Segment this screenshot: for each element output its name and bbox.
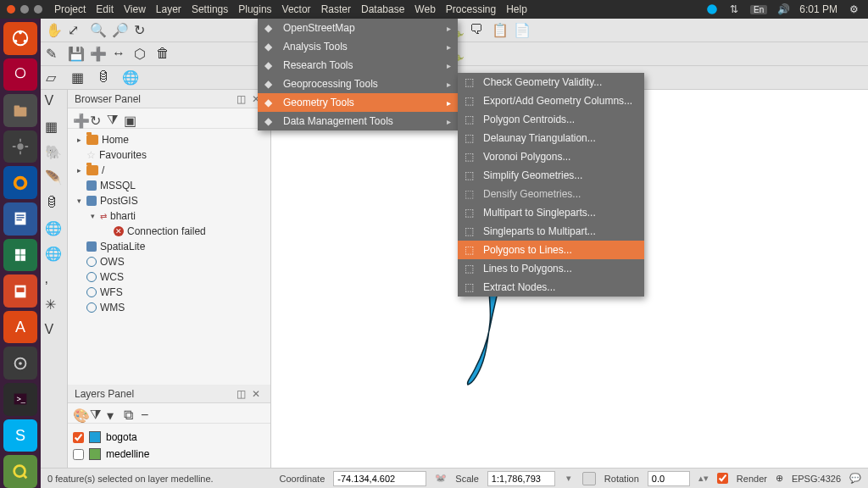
geometry-menu-item[interactable]: ⬚Simplify Geometries... (458, 166, 644, 185)
launcher-gear-icon[interactable] (3, 347, 37, 380)
coordinate-input[interactable] (333, 471, 426, 486)
vector-menu-item[interactable]: ◆Geometry Tools (258, 93, 458, 112)
window-maximize-button[interactable] (34, 5, 42, 14)
render-checkbox[interactable] (717, 473, 728, 484)
refresh-icon[interactable]: ↻ (134, 22, 151, 39)
skype-icon[interactable] (706, 3, 718, 15)
crs-icon[interactable]: ⊕ (776, 473, 783, 484)
menu-database[interactable]: Database (361, 3, 404, 15)
save-edits-icon[interactable]: 💾 (68, 46, 85, 63)
scale-dropdown-icon[interactable]: ▾ (564, 473, 574, 484)
add-postgis-icon[interactable]: 🐘 (45, 144, 64, 163)
extents-toggle-icon[interactable]: 🐭 (435, 473, 447, 484)
add-raster-icon[interactable]: ▦ (45, 119, 64, 137)
geometry-menu-item[interactable]: ⬚Polygon Centroids... (458, 110, 644, 129)
keyboard-lang-indicator[interactable]: En (750, 5, 767, 14)
undock-layers-icon[interactable]: ◫ (236, 388, 248, 400)
menu-vector[interactable]: Vector (282, 3, 311, 15)
menu-project[interactable]: Project (54, 3, 86, 15)
menu-processing[interactable]: Processing (446, 3, 496, 15)
launcher-settings-icon[interactable] (3, 130, 37, 164)
launcher-debian-icon[interactable] (3, 58, 37, 92)
rotation-input[interactable] (648, 471, 690, 486)
browser-tree-item[interactable]: OWS (71, 254, 267, 269)
copy-icon[interactable]: 📋 (492, 22, 509, 39)
add-spatialite-icon[interactable]: 🪶 (45, 169, 64, 188)
filter-icon[interactable]: ⧩ (107, 113, 119, 125)
undock-icon[interactable]: ◫ (236, 93, 248, 105)
scale-lock-button[interactable] (582, 472, 596, 485)
launcher-skype-icon[interactable]: S (3, 419, 37, 452)
gear-icon[interactable]: ⚙ (848, 3, 860, 15)
expand-icon[interactable]: ▾ (107, 408, 119, 419)
menu-settings[interactable]: Settings (192, 3, 228, 15)
browser-tree-item[interactable]: ✕Connection failed (71, 224, 267, 239)
layer-row[interactable]: medelline (73, 446, 265, 463)
geometry-menu-item[interactable]: ⬚Check Geometry Validity... (458, 73, 644, 92)
vector-menu-dropdown[interactable]: ◆OpenStreetMap◆Analysis Tools◆Research T… (258, 19, 458, 130)
add-feature-icon[interactable]: ➕ (90, 46, 107, 63)
menu-view[interactable]: View (124, 3, 146, 15)
rotation-spinner-icon[interactable]: ▴▾ (698, 473, 709, 484)
layer-row[interactable]: bogota (73, 429, 265, 446)
messages-icon[interactable]: 💬 (849, 473, 861, 484)
launcher-calc-icon[interactable] (3, 239, 37, 272)
node-tool-icon[interactable]: ⬡ (134, 46, 151, 63)
refresh-tree-icon[interactable]: ↻ (90, 113, 102, 125)
filter-layers-icon[interactable]: ⧩ (90, 408, 102, 419)
remove-icon[interactable]: − (141, 408, 153, 419)
window-minimize-button[interactable] (20, 5, 29, 14)
raster-layer-icon[interactable]: ▦ (71, 69, 88, 86)
edit-pencil-icon[interactable]: ✎ (46, 46, 63, 63)
menu-layer[interactable]: Layer (156, 3, 181, 15)
move-feature-icon[interactable]: ↔ (112, 46, 129, 63)
launcher-writer-icon[interactable] (3, 202, 37, 236)
zoom-out-icon[interactable]: 🔎 (112, 22, 129, 39)
vector-layer-icon[interactable]: ▱ (46, 69, 63, 86)
group-icon[interactable]: ⧉ (124, 408, 136, 419)
browser-tree-item[interactable]: WMS (71, 300, 267, 315)
scale-input[interactable] (487, 471, 555, 486)
geometry-menu-item[interactable]: ⬚Voronoi Polygons... (458, 147, 644, 166)
browser-tree-item[interactable]: ▾⇄bharti (71, 208, 267, 224)
browser-tree-item[interactable]: ▸Home (71, 132, 267, 147)
close-layers-icon[interactable]: ✕ (252, 388, 264, 400)
vector-menu-item[interactable]: ◆Analysis Tools (258, 37, 458, 56)
layer-visibility-checkbox[interactable] (73, 432, 84, 443)
wms-layer-icon[interactable]: 🌐 (122, 69, 139, 86)
zoom-full-icon[interactable]: ⤢ (68, 22, 85, 39)
zoom-in-icon[interactable]: 🔍 (90, 22, 107, 39)
geometry-menu-item[interactable]: ⬚Densify Geometries... (458, 185, 644, 203)
browser-tree-item[interactable]: ☆Favourites (71, 147, 267, 163)
window-close-button[interactable] (7, 5, 15, 14)
add-icon[interactable]: ➕ (73, 113, 85, 125)
add-csv-icon[interactable]: , (45, 271, 64, 290)
layers-list[interactable]: bogotamedelline (68, 424, 270, 468)
vector-menu-item[interactable]: ◆Geoprocessing Tools (258, 75, 458, 93)
browser-tree-item[interactable]: WFS (71, 285, 267, 300)
collapse-icon[interactable]: ▣ (124, 113, 136, 125)
launcher-terminal-icon[interactable]: >_ (3, 383, 37, 416)
geometry-tools-submenu[interactable]: ⬚Check Geometry Validity...⬚Export/Add G… (458, 73, 644, 297)
virtual-layer-icon[interactable]: V (45, 322, 64, 341)
add-wfs-icon[interactable]: 🌐 (45, 246, 64, 264)
geometry-menu-item[interactable]: ⬚Delaunay Triangulation... (458, 129, 644, 147)
add-vector-icon[interactable]: V (45, 93, 64, 112)
note-icon[interactable]: 🗨 (470, 22, 487, 39)
menu-raster[interactable]: Raster (321, 3, 351, 15)
browser-tree-item[interactable]: MSSQL (71, 178, 267, 193)
browser-tree-item[interactable]: ▾PostGIS (71, 193, 267, 208)
menu-edit[interactable]: Edit (96, 3, 114, 15)
launcher-impress-icon[interactable] (3, 274, 37, 308)
geometry-menu-item[interactable]: ⬚Multipart to Singleparts... (458, 203, 644, 222)
browser-tree-item[interactable]: SpatiaLite (71, 239, 267, 254)
add-mssql-icon[interactable]: 🛢 (45, 195, 64, 214)
menu-web[interactable]: Web (415, 3, 435, 15)
style-icon[interactable]: 🎨 (73, 408, 85, 419)
geometry-menu-item[interactable]: ⬚Lines to Polygons... (458, 259, 644, 278)
geometry-menu-item[interactable]: ⬚Extract Nodes... (458, 278, 644, 297)
launcher-qgis-icon[interactable] (3, 455, 37, 488)
vector-menu-item[interactable]: ◆Research Tools (258, 56, 458, 75)
launcher-files-icon[interactable] (3, 94, 37, 127)
menu-help[interactable]: Help (506, 3, 527, 15)
